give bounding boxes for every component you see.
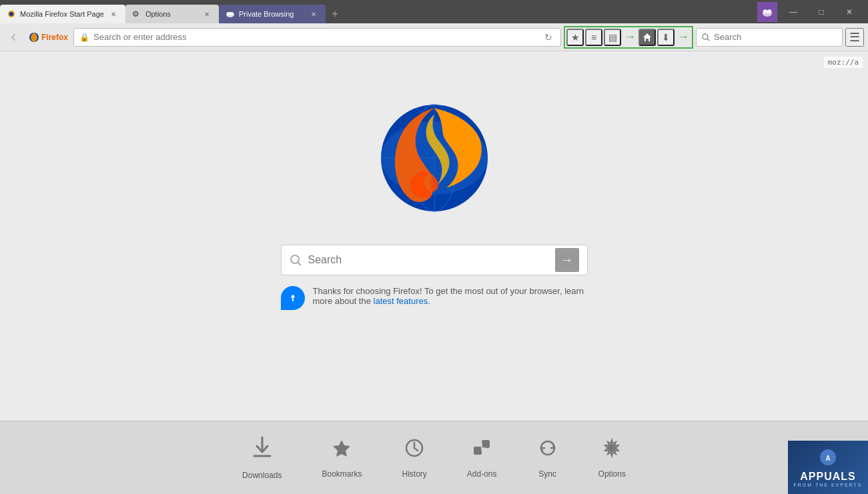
svg-text:A: A — [825, 455, 830, 462]
addon-svg-icon — [471, 437, 492, 459]
home-icon — [642, 33, 652, 42]
window-controls: — □ ✕ — [780, 3, 868, 21]
download-svg-icon — [252, 436, 273, 460]
svg-line-20 — [298, 263, 301, 265]
svg-rect-26 — [482, 440, 490, 448]
bookmark-star-button[interactable]: ★ — [566, 29, 584, 46]
bottom-item-downloads[interactable]: Downloads — [242, 436, 282, 480]
appuals-text: APPUALS — [800, 471, 855, 483]
bookmarks-label: Bookmarks — [322, 469, 362, 479]
info-icon — [281, 286, 305, 310]
reload-button[interactable]: ↻ — [542, 32, 555, 43]
download-button[interactable]: ⬇ — [657, 29, 675, 46]
info-banner: Thanks for choosing Firefox! To get the … — [281, 286, 588, 310]
history-icon — [404, 437, 425, 464]
search-bar[interactable] — [696, 28, 843, 47]
tab-options-close[interactable]: ✕ — [201, 9, 212, 19]
svg-point-1 — [9, 12, 13, 16]
toolbar-search-input[interactable] — [714, 32, 837, 42]
svg-point-19 — [291, 255, 299, 263]
svg-rect-5 — [227, 13, 234, 15]
history-label: History — [402, 469, 427, 479]
address-bar[interactable]: 🔒 ↻ — [73, 28, 561, 47]
download-icon — [252, 436, 273, 465]
info-suffix: . — [428, 296, 430, 306]
sync-label: Sync — [538, 469, 556, 479]
tab-start-close[interactable]: ✕ — [108, 9, 119, 19]
latest-features-link[interactable]: latest features — [374, 296, 428, 306]
info-text: Thanks for choosing Firefox! To get the … — [313, 286, 588, 306]
tab-private-close[interactable]: ✕ — [308, 9, 319, 19]
svg-rect-25 — [474, 447, 482, 455]
tab-options-label: Options — [145, 10, 197, 18]
options-label: Options — [598, 469, 626, 479]
back-button[interactable] — [4, 28, 23, 47]
minimize-button[interactable]: — — [780, 3, 807, 21]
svg-point-21 — [291, 295, 294, 299]
svg-line-13 — [707, 39, 709, 41]
sync-icon — [537, 437, 558, 464]
close-button[interactable]: ✕ — [836, 3, 863, 21]
browser-window: Mozilla Firefox Start Page ✕ ⚙ Options ✕ — [0, 0, 868, 494]
bottom-item-sync[interactable]: Sync — [537, 437, 558, 479]
home-button[interactable] — [638, 29, 656, 46]
addon-icon — [471, 437, 492, 464]
svg-marker-11 — [643, 33, 651, 41]
green-arrow-icon: → — [624, 30, 636, 44]
appuals-logo-icon: A — [811, 447, 845, 471]
main-search-button[interactable]: → — [555, 248, 579, 272]
bottom-bar: Downloads Bookmarks History — [0, 421, 868, 494]
firefox-logo-icon — [28, 31, 40, 43]
mozilla-watermark: moz://a — [824, 57, 863, 68]
tabs-container: Mozilla Firefox Start Page ✕ ⚙ Options ✕ — [0, 0, 757, 23]
tab-private-label: Private Browsing — [239, 10, 304, 18]
back-icon — [9, 33, 17, 41]
appuals-watermark: A APPUALS FROM THE EXPERTS — [788, 441, 868, 494]
location-icon — [286, 291, 300, 305]
tab-start-label: Mozilla Firefox Start Page — [20, 10, 104, 18]
gear-icon: ⚙ — [132, 9, 141, 19]
reading-list-button[interactable]: ≡ — [585, 29, 602, 46]
mask-badge-icon — [761, 6, 773, 18]
tab-start[interactable]: Mozilla Firefox Start Page ✕ — [0, 5, 125, 23]
options-svg-icon — [601, 437, 622, 459]
tab-private[interactable]: Private Browsing ✕ — [219, 5, 326, 23]
green-arrow-right-icon: → — [677, 30, 689, 44]
main-search-icon — [290, 254, 302, 266]
sync-svg-icon — [537, 437, 558, 459]
toolbar-annotated-icons: ★ ≡ ▤ → ⬇ → — [564, 26, 693, 49]
main-content: moz://a — [0, 51, 868, 421]
bottom-item-history[interactable]: History — [402, 437, 427, 479]
bookmark-svg-icon — [331, 437, 352, 459]
main-search-box[interactable]: → — [281, 245, 588, 275]
firefox-logo: Firefox — [28, 31, 68, 43]
bottom-item-bookmarks[interactable]: Bookmarks — [322, 437, 362, 479]
address-input[interactable] — [93, 32, 538, 42]
private-browsing-badge — [757, 2, 777, 22]
new-tab-button[interactable]: + — [326, 5, 344, 23]
bottom-item-options[interactable]: Options — [598, 437, 626, 479]
firefox-icon — [7, 9, 16, 19]
svg-rect-9 — [763, 10, 772, 13]
firefox-logo-large-icon — [368, 91, 501, 225]
appuals-sub: FROM THE EXPERTS — [794, 483, 863, 487]
sidebar-button[interactable]: ▤ — [604, 29, 621, 46]
toolbar: Firefox 🔒 ↻ ★ ≡ ▤ → ⬇ → — [0, 23, 868, 51]
firefox-label: Firefox — [41, 33, 68, 42]
addons-label: Add-ons — [467, 469, 497, 479]
bottom-item-addons[interactable]: Add-ons — [467, 437, 497, 479]
search-magnifier-icon — [702, 33, 710, 41]
titlebar: Mozilla Firefox Start Page ✕ ⚙ Options ✕ — [0, 0, 868, 23]
downloads-label: Downloads — [242, 471, 282, 480]
bookmark-icon — [331, 437, 352, 464]
svg-marker-23 — [333, 440, 350, 457]
options-icon — [601, 437, 622, 464]
history-svg-icon — [404, 437, 425, 459]
main-search-input[interactable] — [308, 254, 548, 266]
menu-button[interactable]: ☰ — [845, 28, 864, 47]
mask-icon — [226, 9, 235, 19]
firefox-logo-large — [368, 91, 501, 225]
maximize-button[interactable]: □ — [808, 3, 835, 21]
tab-options[interactable]: ⚙ Options ✕ — [125, 5, 219, 23]
address-lock-icon: 🔒 — [79, 33, 89, 42]
